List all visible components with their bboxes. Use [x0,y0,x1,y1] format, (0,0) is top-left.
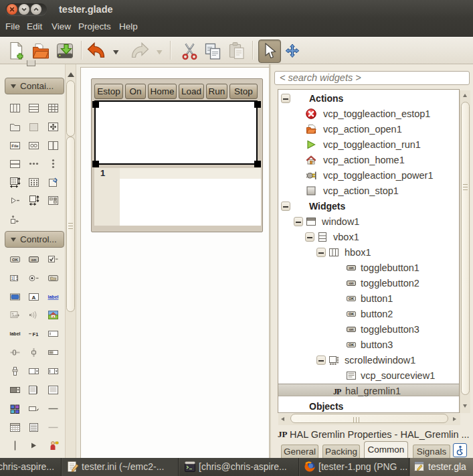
svg-text:on: on [31,258,37,262]
svg-text:1: 1 [11,276,13,281]
svg-text:OK: OK [349,297,354,301]
svg-text:OK: OK [349,343,354,347]
svg-text:label: label [48,295,59,299]
svg-text:OK: OK [12,258,19,262]
svg-text:P: P [337,387,341,396]
svg-text:A: A [32,294,36,300]
svg-text:JP: JP [278,429,288,439]
svg-text:File: File [11,144,19,148]
svg-text:on: on [349,266,354,270]
svg-text:on: on [349,327,354,331]
svg-text:F1: F1 [33,331,39,337]
svg-text:OK: OK [349,312,354,316]
svg-text:label: label [10,331,21,336]
svg-text:on: on [349,281,354,285]
